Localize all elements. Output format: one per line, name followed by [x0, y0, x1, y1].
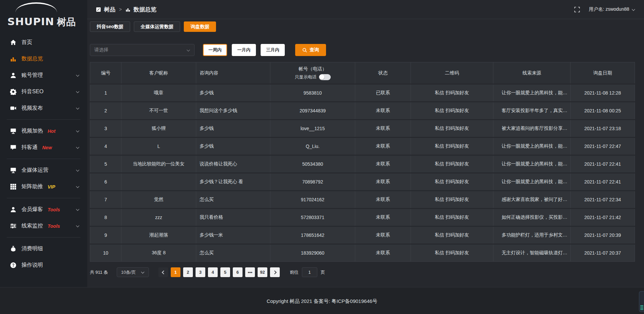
cell-qrcode[interactable]: 私信 扫码加好友 — [411, 156, 493, 172]
filter-select[interactable]: 请选择 — [90, 44, 195, 56]
logo[interactable]: SHUPIN 树品 — [0, 0, 87, 32]
page-size-select[interactable]: 10条/页 — [117, 267, 149, 277]
sidebar-item-data-overview[interactable]: 数据总览 — [0, 51, 87, 67]
sidebar-item-consumption-detail[interactable]: 消费明细 — [0, 241, 87, 257]
page-buttons: 123456•••92 — [171, 267, 267, 277]
fullscreen-icon[interactable] — [574, 7, 580, 12]
cell-date: 2021-11-07 22:47 — [571, 138, 635, 155]
cell-source[interactable]: 让你一眼就爱上的黑科技，能… — [493, 156, 571, 172]
sidebar-item-label: 消费明细 — [21, 245, 43, 252]
chevron-down-icon — [187, 49, 190, 52]
next-page-button[interactable] — [270, 267, 280, 277]
cell-content: 多少钱？让我死心 看 — [196, 173, 270, 190]
cell-status: 未联系 — [355, 138, 411, 155]
sidebar-item-label: 线索监控 — [21, 222, 43, 229]
username[interactable]: 用户名: zswodun88 — [589, 6, 629, 12]
sidebar-item-label: 抖音SEO — [21, 88, 44, 95]
chevron-down-icon — [76, 107, 79, 110]
column-header-content: 咨询内容 — [196, 62, 270, 84]
chevron-down-icon[interactable] — [632, 8, 635, 11]
cell-source[interactable]: 让你一眼就爱上的黑科技，能… — [493, 173, 571, 190]
cell-nickname: 不可一世 — [121, 102, 196, 119]
cell-no: 9 — [90, 227, 121, 244]
sidebar-item-video-heat[interactable]: 视频加热Hot — [0, 123, 87, 139]
more-pages-button[interactable]: ••• — [245, 267, 255, 277]
cell-qrcode[interactable]: 私信 扫码加好友 — [411, 102, 493, 119]
page-button-4[interactable]: 4 — [208, 267, 218, 277]
phone-only-toggle[interactable] — [319, 74, 331, 80]
cell-source[interactable]: 如何正确选择投影仪，买投影… — [493, 209, 571, 226]
range-button-three-months[interactable]: 三月内 — [261, 44, 285, 56]
search-button[interactable]: 查询 — [295, 44, 326, 56]
cell-date: 2021-11-07 20:37 — [571, 245, 635, 262]
sidebar-item-clue-monitor[interactable]: 线索监控Tools — [0, 218, 87, 234]
page-button-2[interactable]: 2 — [183, 267, 193, 277]
cell-source[interactable]: 多功能护栏灯，适用于乡村文… — [493, 227, 571, 244]
goto-page-input[interactable] — [302, 267, 317, 277]
chat-icon — [10, 144, 16, 151]
sidebar-item-douketong[interactable]: 抖客通New — [0, 139, 87, 156]
tab-inquiry-data[interactable]: 询盘数据 — [184, 21, 216, 32]
sidebar-item-badge: Hot — [48, 128, 55, 134]
copyright-text: Copyright 树品 2021 备案号: 粤ICP备09019646号 — [267, 298, 377, 314]
range-button-one-week[interactable]: 一周内 — [203, 44, 227, 56]
cell-qrcode[interactable]: 私信 扫码加好友 — [411, 138, 493, 155]
chevron-down-icon — [76, 208, 79, 211]
table-row: 8zzz我只看价格572803371未联系私信 扫码加好友如何正确选择投影仪，买… — [90, 209, 635, 226]
floating-widget[interactable] — [639, 291, 644, 312]
cell-source[interactable]: 客厅安装投影半年多了，真实… — [493, 102, 571, 119]
tab-douyin-seo-data[interactable]: 抖音seo数据 — [90, 21, 130, 32]
tab-media-operation-data[interactable]: 全媒体运营数据 — [134, 21, 180, 32]
sidebar-item-matrix-boost[interactable]: 矩阵助推VIP — [0, 178, 87, 195]
member-icon — [10, 206, 16, 213]
sidebar-item-member-baoke[interactable]: 会员爆客Tools — [0, 201, 87, 218]
breadcrumb-root[interactable]: 树品 — [104, 6, 115, 13]
page-button-92[interactable]: 92 — [258, 267, 267, 277]
cell-qrcode[interactable]: 私信 扫码加好友 — [411, 173, 493, 190]
cell-source[interactable]: 无主灯设计，智能磁吸轨道灯… — [493, 245, 571, 262]
cell-status: 已联系 — [355, 85, 411, 101]
cell-source[interactable]: 让你一眼就爱上的黑科技，能… — [493, 138, 571, 155]
table-body: 1哦章多少钱9583810已联系私信 扫码加好友让你一眼就爱上的黑科技，能…20… — [90, 85, 635, 262]
cell-nickname: 当地比较能吃的一位美女 — [121, 156, 196, 172]
cell-qrcode[interactable]: 私信 扫码加好友 — [411, 209, 493, 226]
cell-account: 70898792 — [270, 173, 356, 190]
cell-date: 2021-11-07 22:41 — [571, 156, 635, 172]
cell-source[interactable]: 感谢大家喜欢我家，被问了好… — [493, 191, 571, 208]
cell-date: 2021-11-07 21:42 — [571, 209, 635, 226]
widget-stripe — [640, 308, 643, 309]
sidebar-item-label: 视频加热 — [21, 127, 43, 135]
sidebar-item-video-publish[interactable]: 视频发布 — [0, 100, 87, 116]
cell-qrcode[interactable]: 私信 扫码加好友 — [411, 191, 493, 208]
sidebar-item-account-management[interactable]: 账号管理 — [0, 67, 87, 84]
cell-account: 9583810 — [270, 85, 356, 101]
cell-no: 7 — [90, 191, 121, 208]
page-button-5[interactable]: 5 — [220, 267, 230, 277]
cell-nickname: 36度 8 — [121, 245, 196, 262]
sidebar-item-douyin-seo[interactable]: 抖音SEO — [0, 84, 87, 100]
cell-date: 2021-11-07 20:39 — [571, 227, 635, 244]
cell-source[interactable]: 让你一眼就爱上的黑科技，能… — [493, 85, 571, 101]
cell-qrcode[interactable]: 私信 扫码加好友 — [411, 85, 493, 101]
column-header-source: 线索来源 — [493, 62, 571, 84]
cell-qrcode[interactable]: 私信 扫码加好友 — [411, 120, 493, 137]
sidebar-item-media-operation[interactable]: 全媒体运营 — [0, 162, 87, 178]
cell-qrcode[interactable]: 私信 扫码加好友 — [411, 245, 493, 262]
sidebar-divider — [7, 119, 80, 120]
header: 树品 > 数据总览 用户名: zswodun88 — [87, 0, 644, 19]
sidebar-item-home[interactable]: 首页 — [0, 34, 87, 51]
cell-source[interactable]: 被大家追着问的客厅投影分享… — [493, 120, 571, 137]
cell-qrcode[interactable]: 私信 扫码加好友 — [411, 227, 493, 244]
page-button-3[interactable]: 3 — [196, 267, 205, 277]
column-header-date: 询盘日期 — [571, 62, 635, 84]
prev-page-button[interactable] — [158, 267, 168, 277]
range-button-one-month[interactable]: 一月内 — [232, 44, 256, 56]
cell-no: 1 — [90, 85, 121, 101]
breadcrumb: 树品 > 数据总览 — [96, 6, 156, 13]
page-button-6[interactable]: 6 — [233, 267, 243, 277]
page-button-1[interactable]: 1 — [171, 267, 180, 277]
sidebar-item-badge: New — [42, 145, 52, 150]
chevron-down-icon — [141, 271, 145, 274]
cell-date: 2021-11-07 22:41 — [571, 173, 635, 190]
sidebar-item-operation-guide[interactable]: 操作说明 — [0, 257, 87, 273]
